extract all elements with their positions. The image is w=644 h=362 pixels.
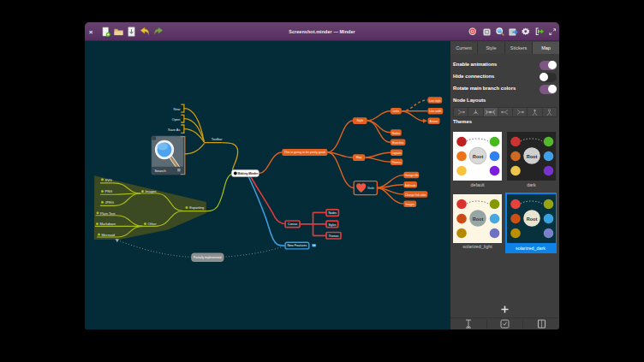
svg-text:Line width: Line width (429, 110, 442, 113)
svg-text:Exporting: Exporting (189, 205, 204, 210)
svg-text:Search: Search (155, 169, 167, 173)
svg-text:Layouts: Layouts (391, 151, 402, 155)
svg-text:Style: Style (357, 119, 364, 122)
svg-text:Add note: Add note (405, 184, 416, 187)
svg-text:Nodes: Nodes (328, 211, 337, 215)
svg-text:Save As: Save As (168, 128, 180, 132)
svg-text:Plain Text: Plain Text (100, 211, 116, 216)
svg-text:Map: Map (356, 156, 362, 159)
svg-text:Images: Images (146, 189, 157, 193)
svg-text:Line style: Line style (429, 99, 441, 103)
svg-text:Root: Root (473, 154, 484, 159)
svg-text:SVG: SVG (105, 178, 112, 182)
svg-text:Making Minder: Making Minder (238, 172, 259, 175)
svg-text:Branches: Branches (392, 141, 404, 145)
svg-text:Open: Open (172, 117, 181, 122)
svg-text:JPEG: JPEG (105, 200, 114, 205)
svg-text:Nodes: Nodes (392, 132, 401, 135)
svg-text:Other: Other (148, 222, 158, 226)
svg-text:Arrows: Arrows (430, 120, 438, 123)
svg-text:This is going to be pretty goo: This is going to be pretty good (284, 151, 325, 154)
svg-text:Images: Images (406, 203, 415, 206)
svg-text:PNG: PNG (105, 189, 113, 193)
svg-text:Links: Links (393, 110, 400, 113)
svg-text:Toolbar: Toolbar (212, 137, 223, 141)
svg-text:New Features: New Features (287, 244, 307, 247)
svg-text:Change title: Change title (404, 174, 419, 177)
svg-text:Mermaid: Mermaid (102, 233, 116, 237)
svg-text:Root: Root (527, 217, 538, 222)
svg-text:Root: Root (527, 154, 538, 159)
svg-text:Partially implemented: Partially implemented (194, 256, 222, 259)
svg-text:Styles: Styles (328, 223, 336, 227)
svg-text:New: New (174, 107, 181, 111)
svg-text:Themes: Themes (329, 234, 339, 238)
svg-text:Root: Root (473, 217, 484, 222)
svg-text:Markdown: Markdown (100, 222, 116, 226)
svg-text:Canvas: Canvas (288, 223, 298, 226)
svg-text:Node: Node (367, 187, 374, 190)
svg-text:Themes: Themes (391, 161, 402, 164)
svg-text:Change link color: Change link color (405, 193, 427, 197)
